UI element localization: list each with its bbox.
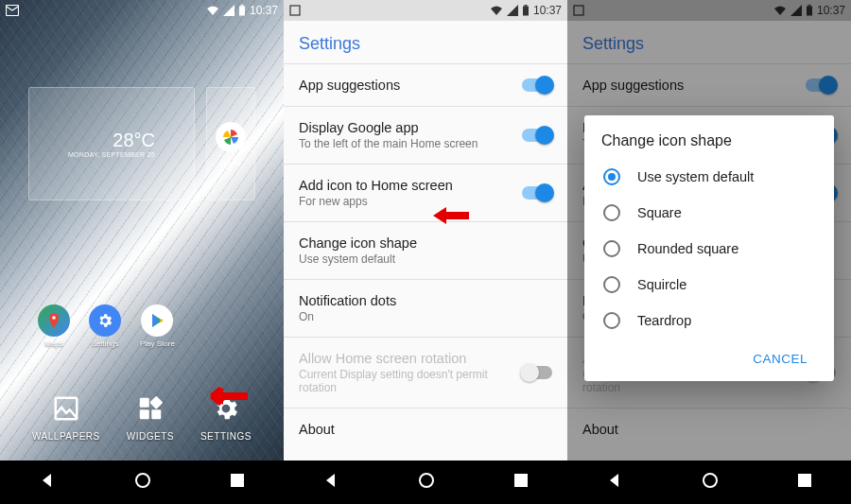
svg-rect-11 bbox=[231, 474, 244, 487]
radio-option-rounded-square[interactable]: Rounded square bbox=[601, 231, 817, 267]
radio-option-squircle[interactable]: Squircle bbox=[601, 267, 817, 303]
toggle-switch bbox=[522, 366, 552, 379]
svg-rect-6 bbox=[149, 396, 163, 409]
cancel-button[interactable]: CANCEL bbox=[743, 344, 817, 374]
signal-icon bbox=[507, 5, 518, 16]
setting-title: Change icon shape bbox=[299, 235, 552, 251]
nav-bar bbox=[284, 461, 567, 504]
homescreen-page-preview-2[interactable]: Photos bbox=[206, 87, 255, 200]
svg-rect-14 bbox=[524, 5, 527, 7]
svg-rect-22 bbox=[798, 474, 811, 487]
dialog-title: Change icon shape bbox=[601, 132, 817, 149]
radio-icon bbox=[603, 276, 620, 293]
phone-launcher-settings: 10:37 Settings App suggestions Display G… bbox=[284, 0, 567, 504]
setting-home-rotation: Allow Home screen rotation Current Displ… bbox=[284, 338, 567, 408]
option-label: SETTINGS bbox=[200, 431, 252, 442]
setting-title: Add icon to Home screen bbox=[299, 178, 511, 193]
radio-icon bbox=[603, 204, 620, 221]
radio-icon bbox=[603, 240, 620, 257]
wifi-icon bbox=[206, 5, 219, 16]
home-content: 28°C MONDAY, SEPTEMBER 25 Photos bbox=[0, 21, 284, 461]
mail-notification-icon bbox=[6, 5, 19, 16]
nav-back-icon[interactable] bbox=[39, 472, 56, 493]
toggle-switch[interactable] bbox=[522, 78, 552, 92]
nav-home-icon[interactable] bbox=[417, 471, 436, 494]
toggle-switch[interactable] bbox=[522, 129, 552, 142]
dock-label: Maps bbox=[44, 339, 63, 348]
status-bar-dim bbox=[567, 0, 851, 21]
setting-subtitle: On bbox=[299, 310, 552, 323]
radio-icon bbox=[603, 312, 620, 329]
radio-option-system-default[interactable]: Use system default bbox=[601, 159, 817, 195]
radio-icon bbox=[603, 168, 620, 185]
svg-point-3 bbox=[52, 316, 56, 320]
battery-icon bbox=[238, 5, 246, 16]
setting-notification-dots[interactable]: Notification dots On bbox=[284, 280, 567, 337]
radio-label: Teardrop bbox=[637, 313, 691, 328]
option-settings[interactable]: SETTINGS bbox=[200, 391, 252, 442]
setting-title: About bbox=[299, 422, 552, 437]
svg-rect-2 bbox=[240, 5, 243, 7]
homescreen-page-preview[interactable]: 28°C MONDAY, SEPTEMBER 25 bbox=[28, 87, 195, 200]
radio-option-teardrop[interactable]: Teardrop bbox=[601, 303, 817, 339]
wifi-icon bbox=[490, 5, 503, 16]
nav-back-icon[interactable] bbox=[606, 472, 623, 493]
option-wallpapers[interactable]: WALLPAPERS bbox=[32, 391, 100, 442]
setting-title: Display Google app bbox=[299, 120, 511, 135]
nav-recents-icon[interactable] bbox=[513, 473, 529, 492]
dock-label: Settings bbox=[92, 339, 119, 348]
setting-add-icon-home[interactable]: Add icon to Home screen For new apps bbox=[284, 165, 567, 221]
svg-point-16 bbox=[420, 474, 433, 487]
setting-change-icon-shape[interactable]: Change icon shape Use system default bbox=[284, 222, 567, 279]
photos-app-label: Photos bbox=[220, 160, 241, 166]
radio-option-square[interactable]: Square bbox=[601, 195, 817, 231]
nav-bar bbox=[0, 461, 284, 504]
option-widgets[interactable]: WIDGETS bbox=[127, 391, 174, 442]
option-label: WALLPAPERS bbox=[32, 431, 100, 442]
setting-display-google-app[interactable]: Display Google app To the left of the ma… bbox=[284, 107, 567, 164]
nav-back-icon[interactable] bbox=[322, 472, 339, 493]
nav-home-icon[interactable] bbox=[701, 471, 720, 494]
setting-title: Notification dots bbox=[299, 293, 552, 308]
setting-about[interactable]: About bbox=[284, 408, 567, 450]
dock-row: Maps Settings Play Store bbox=[38, 304, 175, 348]
nav-recents-icon[interactable] bbox=[797, 473, 812, 492]
svg-rect-7 bbox=[140, 409, 149, 419]
setting-app-suggestions[interactable]: App suggestions bbox=[284, 64, 567, 106]
photos-app-icon bbox=[216, 122, 246, 152]
dock-item-settings[interactable]: Settings bbox=[89, 304, 121, 348]
weather-temp: 28°C bbox=[68, 129, 155, 151]
screenshot-notification-icon bbox=[289, 5, 301, 16]
dialog-change-icon-shape: Change icon shape Use system default Squ… bbox=[584, 115, 834, 381]
phone-icon-shape-dialog: 10:37 Settings App suggestions Display G… bbox=[567, 0, 851, 504]
radio-label: Rounded square bbox=[637, 241, 738, 256]
radio-label: Use system default bbox=[637, 169, 754, 184]
radio-label: Squircle bbox=[637, 277, 686, 292]
page-title: Settings bbox=[284, 21, 567, 63]
status-time: 10:37 bbox=[250, 4, 278, 17]
setting-title: Allow Home screen rotation bbox=[299, 351, 511, 366]
dock-item-playstore[interactable]: Play Store bbox=[140, 304, 175, 348]
homescreen-preview: 28°C MONDAY, SEPTEMBER 25 Photos bbox=[28, 87, 255, 200]
dock-label: Play Store bbox=[140, 339, 175, 348]
phone-home-longpress: 10:37 28°C MONDAY, SEPTEMBER 25 bbox=[0, 0, 284, 504]
nav-home-icon[interactable] bbox=[133, 471, 152, 494]
setting-subtitle: For new apps bbox=[299, 195, 511, 208]
widgets-icon bbox=[133, 391, 167, 426]
status-time: 10:37 bbox=[533, 4, 562, 17]
home-options-row: WALLPAPERS WIDGETS SETTINGS bbox=[0, 391, 284, 442]
svg-rect-17 bbox=[514, 474, 528, 487]
radio-label: Square bbox=[637, 205, 682, 220]
settings-list: Settings App suggestions Display Google … bbox=[284, 21, 567, 461]
svg-rect-8 bbox=[151, 409, 161, 419]
battery-icon bbox=[522, 5, 530, 16]
nav-recents-icon[interactable] bbox=[230, 473, 245, 492]
weather-date: MONDAY, SEPTEMBER 25 bbox=[68, 151, 155, 159]
setting-subtitle: To the left of the main Home screen bbox=[299, 137, 511, 150]
wallpapers-icon bbox=[49, 391, 83, 426]
toggle-switch[interactable] bbox=[522, 186, 552, 200]
setting-subtitle: Use system default bbox=[299, 252, 552, 266]
dock-item-maps[interactable]: Maps bbox=[38, 304, 70, 348]
svg-rect-5 bbox=[140, 398, 149, 408]
status-bar: 10:37 bbox=[0, 0, 284, 21]
